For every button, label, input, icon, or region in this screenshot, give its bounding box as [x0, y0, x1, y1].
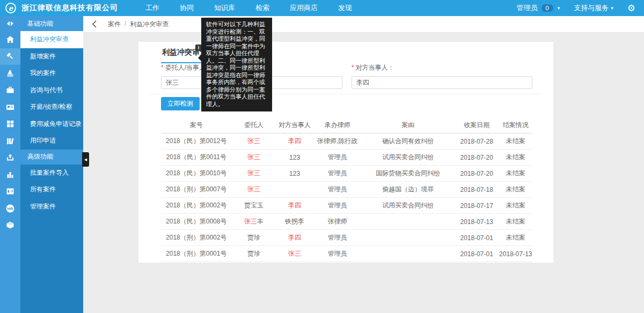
sidebar-section-header-1: 高级功能 [20, 150, 83, 165]
table-cell: 张律师,陈行政 [313, 137, 362, 146]
stamp-icon[interactable] [0, 65, 20, 82]
table-cell: 2018（刑）第0007号 [161, 185, 231, 194]
table-cell: 试用买卖合同纠纷 [362, 201, 455, 210]
sidebar-item[interactable]: 管理案件 [20, 198, 83, 215]
user-label: 管理员 [517, 3, 538, 13]
sidebar-item[interactable]: 用印申请 [20, 132, 83, 150]
topbar: e 浙江律联信息科技有限公司 工作协同知识库检索应用商店发现 管理员 0 ▾ 支… [0, 0, 644, 16]
table-cell: 张三 [276, 249, 313, 258]
conflict-review-panel: 利益冲突审查 ! *委托人/当事人：*对方当事人： 立即检测 案号委托人对方当事… [138, 42, 553, 263]
caret-down-icon: ▾ [611, 5, 613, 11]
column-header: 案由 [362, 121, 455, 130]
bar-chart-icon[interactable] [0, 166, 20, 183]
case-table-header: 案号委托人对方当事人承办律师案由收案日期结案情况 [161, 117, 532, 133]
table-row[interactable]: 2018（民）第0011号张三123管理员试用买卖合同纠纷2018-07-20未… [161, 150, 532, 166]
breadcrumb-bar: 案件/利益冲突审查 [83, 16, 644, 33]
table-cell: 2018（民）第0012号 [161, 137, 231, 146]
hr-badge-icon[interactable]: HR [0, 200, 20, 217]
breadcrumb-separator: / [125, 20, 126, 29]
column-header: 委托人 [231, 121, 276, 130]
table-row[interactable]: 2018（民）第0012号张三李四张律师,陈行政确认合同有效纠纷2018-07-… [161, 133, 532, 150]
required-asterisk: * [161, 64, 164, 71]
table-cell: 未结案 [499, 185, 532, 194]
nav-item-5[interactable]: 发现 [328, 0, 362, 16]
sidebar-item[interactable]: 开庭/侦查/检察 [20, 99, 83, 116]
table-cell: 2018（民）第0008号 [161, 217, 231, 226]
table-row[interactable]: 2018（刑）第0002号贾珍李四管理员2018-07-01未结案 [161, 230, 532, 246]
briefcase-icon[interactable] [0, 82, 20, 99]
breadcrumb-item[interactable]: 利益冲突审查 [130, 20, 169, 29]
sidebar-item[interactable]: 新增案件 [20, 48, 83, 65]
sidebar-item[interactable]: 咨询与代书 [20, 82, 83, 99]
table-cell: 未结案 [499, 169, 532, 178]
table-row[interactable]: 2018（民）第0002号贾宝玉李四管理员试用买卖合同纠纷2018-07-17未… [161, 198, 532, 214]
breadcrumb-item[interactable]: 案件 [108, 20, 121, 29]
table-cell: 张三 [231, 137, 276, 146]
books-icon[interactable] [0, 132, 20, 150]
table-row[interactable]: 2018（刑）第0001号贾珍张三管理员2018-07-012018-07-13 [161, 246, 532, 262]
gavel-icon[interactable] [0, 48, 20, 65]
sidebar-item[interactable]: 批量案件导入 [20, 165, 83, 182]
table-cell: 张三丰 [231, 217, 276, 226]
package-icon[interactable] [0, 217, 20, 234]
nav-item-0[interactable]: 工作 [135, 0, 170, 16]
table-row[interactable]: 2018（民）第0010号张三123管理员国际货物买卖合同纠纷2018-07-2… [161, 166, 532, 182]
nav-item-1[interactable]: 协同 [170, 0, 204, 16]
id-card-icon[interactable] [0, 99, 20, 116]
table-cell: 试用买卖合同纠纷 [362, 153, 455, 162]
support-menu[interactable]: 支持与服务 ▾ [574, 3, 613, 13]
home-icon[interactable] [0, 31, 20, 48]
table-cell: 2018（刑）第0002号 [161, 233, 231, 242]
table-row[interactable]: 2018（刑）第0007号张三管理员偷越国（边）境罪2018-07-18未结案 [161, 182, 532, 198]
sidebar-item[interactable]: 利益冲突审查 [20, 31, 83, 48]
conflict-highlight: 张三 [247, 153, 260, 161]
table-cell: 2018-07-18 [455, 186, 499, 193]
sidebar-item[interactable]: 所有案件 [20, 181, 83, 198]
detect-now-button[interactable]: 立即检测 [161, 97, 200, 110]
table-cell: 2018（刑）第0001号 [161, 249, 231, 258]
table-cell: 贾珍 [231, 249, 276, 258]
app-window: e 浙江律联信息科技有限公司 工作协同知识库检索应用商店发现 管理员 0 ▾ 支… [0, 0, 644, 313]
table-cell: 未结案 [499, 137, 532, 146]
conflict-highlight: 李四 [288, 137, 301, 145]
column-header: 案号 [161, 121, 231, 130]
table-cell: 张三 [231, 185, 276, 194]
nav-item-3[interactable]: 检索 [245, 0, 280, 16]
upload-box-icon[interactable] [0, 150, 20, 167]
gear-icon[interactable]: ⚙ [627, 4, 635, 13]
nav-item-4[interactable]: 应用商店 [280, 0, 328, 16]
table-cell: 未结案 [499, 233, 532, 242]
back-chevron-icon[interactable] [92, 20, 97, 28]
table-cell: 国际货物买卖合同纠纷 [362, 169, 455, 178]
table-cell: 确认合同有效纠纷 [362, 137, 455, 146]
collapse-arrows-icon[interactable] [0, 16, 20, 31]
table-cell: 李四 [276, 233, 313, 242]
case-table: 案号委托人对方当事人承办律师案由收案日期结案情况 2018（民）第0012号张三… [161, 117, 532, 262]
opponent-input[interactable] [352, 76, 532, 89]
table-cell: 贾珍 [231, 233, 276, 242]
table-cell: 管理员 [313, 249, 362, 258]
topbar-right: 管理员 0 ▾ 支持与服务 ▾ ⚙ [517, 3, 635, 13]
sidebar-item[interactable]: 费用减免申请记录 [20, 116, 83, 133]
table-cell: 管理员 [313, 201, 362, 210]
table-cell: 偷越国（边）境罪 [362, 185, 455, 194]
nav-item-2[interactable]: 知识库 [204, 0, 245, 16]
table-cell: 2018-07-17 [455, 202, 499, 210]
sidebar-collapse-handle[interactable]: ◀ [82, 152, 89, 167]
sidebar-icon-rail: HR [0, 16, 20, 313]
sidebar-item[interactable]: 我的案件 [20, 65, 83, 82]
company-logo-icon: e [5, 3, 16, 13]
tooltip-text: 软件可对以下几种利益冲突进行检测：一、双重代理型利益冲突，同一律师在同一案件中为… [206, 21, 265, 107]
table-row[interactable]: 2018（民）第0008号张三丰铁拐李张律师2018-07-13未结案 [161, 214, 532, 230]
conflict-highlight: 李四 [288, 202, 301, 209]
grid-icon[interactable] [0, 116, 20, 133]
conflict-highlight: 李四 [288, 234, 301, 241]
conflict-help-tooltip: 软件可对以下几种利益冲突进行检测：一、双重代理型利益冲突，同一律师在同一案件中为… [201, 18, 272, 111]
support-label: 支持与服务 [574, 3, 609, 13]
report-icon[interactable] [0, 183, 20, 200]
table-cell: 2018（民）第0010号 [161, 169, 231, 178]
table-cell: 张三 [231, 153, 276, 162]
top-navigation: 工作协同知识库检索应用商店发现 [135, 0, 362, 16]
opponent-field: *对方当事人： [352, 63, 532, 89]
user-menu[interactable]: 管理员 0 ▾ [517, 3, 560, 13]
